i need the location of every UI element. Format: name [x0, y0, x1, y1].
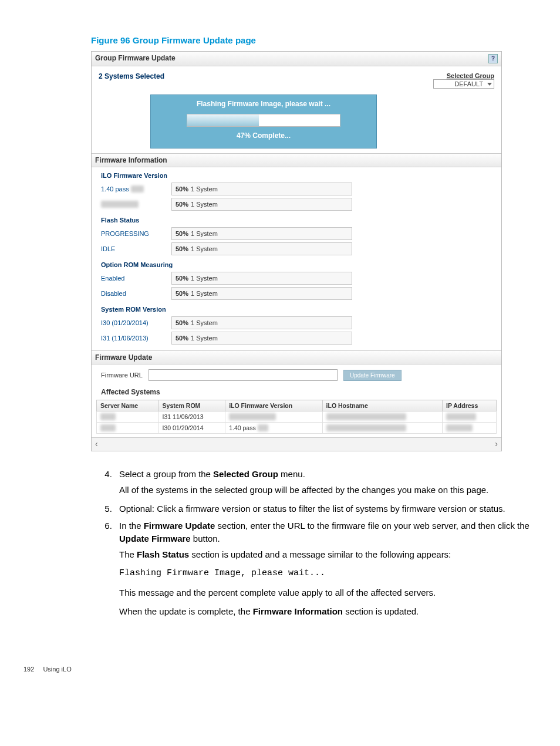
screenshot-panel: Group Firmware Update ? 2 Systems Select…	[91, 51, 502, 451]
ilo-row-2-bar: 50% 1 System	[171, 198, 352, 211]
selected-group-label: Selected Group	[433, 72, 494, 79]
figure-title: Figure 96 Group Firmware Update page	[91, 35, 537, 45]
option-row-2-bar: 50% 1 System	[171, 287, 352, 300]
flash-row-1-bar: 50% 1 System	[171, 227, 352, 240]
option-row-2-label[interactable]: Disabled	[101, 288, 171, 299]
panel-title: Group Firmware Update	[95, 54, 176, 63]
footer-section: Using iLO	[43, 666, 71, 673]
option-row-1-bar: 50% 1 System	[171, 272, 352, 285]
ilo-row-2: xxxxxxx xxxx 50% 1 System	[92, 197, 501, 212]
sysrom-row-1: I30 (01/20/2014) 50% 1 System	[92, 315, 501, 330]
flash-row-2-bar: 50% 1 System	[171, 242, 352, 255]
help-icon[interactable]: ?	[488, 54, 498, 63]
col-system-rom[interactable]: System ROM	[158, 400, 225, 411]
code-sample: Flashing Firmware Image, please wait...	[119, 567, 537, 580]
sysrom-row-2-bar: 50% 1 System	[171, 332, 352, 345]
table-row: xxxxx I30 01/20/2014 1.40 pass xx x xxxx…	[97, 423, 497, 434]
step-4: Select a group from the Selected Group m…	[114, 468, 537, 497]
step-6: In the Firmware Update section, enter th…	[114, 519, 537, 619]
table-row: xxxxx I31 11/06/2013 xxxxxxxx xx xxxx xx…	[97, 411, 497, 423]
sysrom-row-1-label[interactable]: I30 (01/20/2014)	[101, 317, 171, 329]
affected-systems-title: Affected Systems	[92, 386, 501, 400]
affected-systems-table: Server Name System ROM iLO Firmware Vers…	[96, 400, 497, 434]
scroll-right-icon[interactable]: ›	[495, 439, 498, 448]
ilo-row-1-bar: 50% 1 System	[171, 183, 352, 195]
ilo-row-1-label[interactable]: 1.40 pass xxxx	[101, 183, 171, 195]
ilo-row-2-label[interactable]: xxxxxxx xxxx	[101, 198, 171, 210]
progress-bar	[187, 114, 340, 127]
systems-selected: 2 Systems Selected	[99, 72, 164, 89]
flash-row-1-label[interactable]: PROGRESSING	[101, 228, 171, 239]
firmware-info-title: Firmware Information	[92, 153, 501, 167]
flashing-message: Flashing Firmware Image, please wait ...	[158, 100, 369, 108]
option-row-1-label[interactable]: Enabled	[101, 272, 171, 284]
col-ilo-host[interactable]: iLO Hostname	[322, 400, 442, 411]
option-row-1: Enabled 50% 1 System	[92, 271, 501, 286]
ilo-fw-version-heading: iLO Firmware Version	[92, 167, 501, 181]
system-rom-heading: System ROM Version	[92, 301, 501, 315]
scroll-left-icon[interactable]: ‹	[95, 439, 98, 448]
firmware-url-input[interactable]	[149, 369, 338, 381]
progress-text: 47% Complete...	[158, 131, 369, 140]
step-5: Optional: Click a firmware version or st…	[114, 502, 537, 516]
firmware-update-title: Firmware Update	[92, 350, 501, 364]
firmware-url-label: Firmware URL	[101, 372, 143, 379]
option-row-2: Disabled 50% 1 System	[92, 286, 501, 301]
update-firmware-button[interactable]: Update Firmware	[343, 370, 402, 381]
option-rom-heading: Option ROM Measuring	[92, 256, 501, 271]
flash-row-1: PROGRESSING 50% 1 System	[92, 226, 501, 241]
col-ilo-fw[interactable]: iLO Firmware Version	[225, 400, 322, 411]
col-server-name[interactable]: Server Name	[97, 400, 159, 411]
ilo-row-1: 1.40 pass xxxx 50% 1 System	[92, 181, 501, 197]
instruction-steps: Select a group from the Selected Group m…	[23, 468, 537, 619]
sysrom-row-1-bar: 50% 1 System	[171, 316, 352, 329]
sysrom-row-2-label[interactable]: I31 (11/06/2013)	[101, 332, 171, 344]
col-ip[interactable]: IP Address	[442, 400, 496, 411]
selected-group-dropdown[interactable]: DEFAULT	[433, 79, 494, 89]
page-number: 192	[23, 666, 34, 673]
flash-row-2-label[interactable]: IDLE	[101, 243, 171, 255]
sysrom-row-2: I31 (11/06/2013) 50% 1 System	[92, 330, 501, 346]
flash-row-2: IDLE 50% 1 System	[92, 241, 501, 256]
panel-header: Group Firmware Update ?	[92, 52, 501, 66]
flash-status-heading: Flash Status	[92, 212, 501, 226]
flashing-status-box: Flashing Firmware Image, please wait ...…	[150, 94, 377, 148]
horizontal-scrollbar[interactable]: ‹ ›	[92, 437, 501, 451]
progress-fill	[187, 114, 259, 126]
page-footer: 192 Using iLO	[23, 666, 537, 673]
